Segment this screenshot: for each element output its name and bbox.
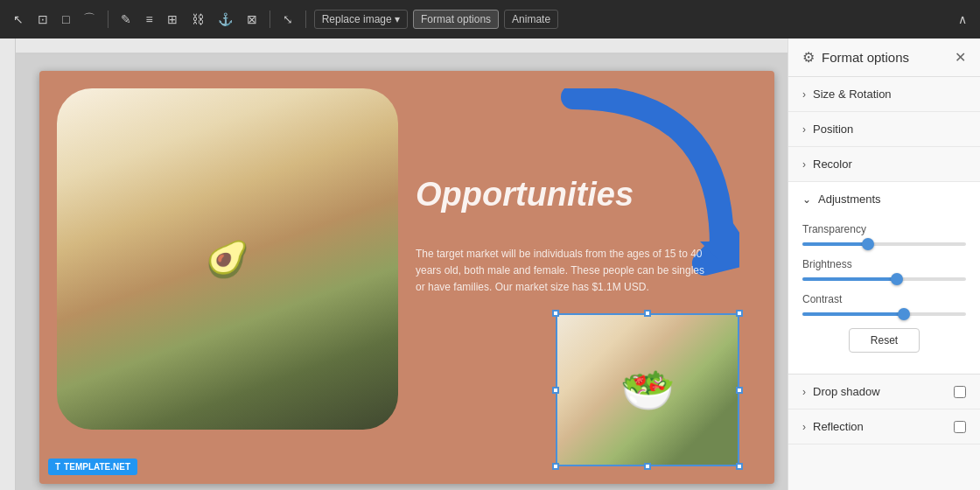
contrast-slider-fill: [802, 312, 904, 316]
handle-top-right[interactable]: [736, 310, 743, 317]
format-options-button[interactable]: Format options: [413, 10, 499, 29]
brightness-slider-group: Brightness: [802, 258, 966, 281]
adjustments-body: Transparency Brightness Cont: [788, 216, 980, 374]
panel-header: ⚙ Format options ✕: [788, 38, 980, 77]
adjustments-header[interactable]: ⌄ Adjustments: [788, 182, 980, 216]
slide[interactable]: 🥑 Opportunities The target market will b…: [39, 71, 774, 484]
reflection-checkbox[interactable]: [954, 421, 966, 433]
shape-icon[interactable]: □: [58, 10, 74, 29]
brightness-slider-track[interactable]: [802, 277, 966, 281]
contrast-slider-group: Contrast: [802, 293, 966, 316]
slide-title: Opportunities: [416, 176, 634, 214]
handle-bottom-middle[interactable]: [644, 463, 651, 470]
position-chevron-icon: ›: [802, 123, 806, 136]
lasso-icon[interactable]: ⌒: [79, 9, 100, 30]
reflection-section[interactable]: › Reflection: [788, 410, 980, 444]
brightness-label: Brightness: [802, 258, 966, 270]
size-rotation-section: › Size & Rotation: [788, 77, 980, 112]
transparency-slider-fill: [802, 242, 868, 246]
selected-image-container[interactable]: 🥗: [556, 313, 739, 466]
slide-container: 🥑 Opportunities The target market will b…: [26, 65, 788, 490]
handle-top-left[interactable]: [552, 310, 559, 317]
lines-icon[interactable]: ⊞: [163, 10, 182, 29]
template-logo-text: TEMPLATE.NET: [64, 462, 130, 472]
recolor-label: Recolor: [813, 158, 852, 171]
collapse-icon[interactable]: ∧: [954, 10, 971, 29]
position-label: Position: [813, 122, 853, 136]
panel-title: Format options: [822, 50, 948, 65]
pen-icon[interactable]: ✎: [116, 10, 136, 29]
format-options-icon: ⚙: [802, 49, 815, 66]
transparency-slider-track[interactable]: [802, 242, 966, 246]
ruler-horizontal: // rendered via inline style trick: [0, 38, 788, 54]
adjustments-label: Adjustments: [818, 192, 881, 206]
handle-bottom-left[interactable]: [552, 463, 559, 470]
size-rotation-label: Size & Rotation: [813, 88, 892, 101]
adjustments-section: ⌄ Adjustments Transparency Brightness: [788, 182, 980, 374]
select-tool-icon[interactable]: ↖: [9, 10, 28, 29]
size-rotation-chevron-icon: ›: [802, 88, 806, 101]
drop-shadow-checkbox[interactable]: [954, 386, 966, 398]
brightness-slider-thumb[interactable]: [891, 273, 903, 285]
template-logo-t: T: [55, 462, 60, 472]
list-icon[interactable]: ≡: [141, 10, 157, 29]
selected-food-image: 🥗: [556, 313, 739, 466]
drop-shadow-section[interactable]: › Drop shadow: [788, 374, 980, 410]
replace-image-button[interactable]: Replace image ▾: [314, 10, 408, 29]
recolor-section: › Recolor: [788, 147, 980, 182]
position-header[interactable]: › Position: [788, 112, 980, 146]
animate-button[interactable]: Animate: [504, 10, 558, 29]
transparency-slider-group: Transparency: [802, 223, 966, 246]
recolor-header[interactable]: › Recolor: [788, 147, 980, 181]
drop-shadow-label: Drop shadow: [813, 385, 880, 398]
toolbar: ↖ ⊡ □ ⌒ ✎ ≡ ⊞ ⛓ ⚓ ⊠ ⤡ Replace image ▾ Fo…: [0, 0, 980, 38]
reset-button[interactable]: Reset: [849, 328, 920, 353]
size-rotation-header[interactable]: › Size & Rotation: [788, 77, 980, 111]
handle-middle-left[interactable]: [552, 387, 559, 394]
link-icon[interactable]: ⛓: [187, 10, 208, 29]
transparency-label: Transparency: [802, 223, 966, 235]
crop-icon[interactable]: ⊡: [33, 10, 52, 29]
transparency-slider-thumb[interactable]: [862, 238, 874, 250]
slide-body-text: The target market will be individuals fr…: [416, 246, 713, 297]
contrast-slider-thumb[interactable]: [898, 308, 910, 320]
adjustments-chevron-icon: ⌄: [802, 193, 811, 206]
crop2-icon[interactable]: ⊠: [242, 10, 262, 29]
main-food-image: 🥑: [57, 88, 398, 430]
format-options-panel: ⚙ Format options ✕ › Size & Rotation › P…: [788, 38, 980, 490]
contrast-label: Contrast: [802, 293, 966, 305]
handle-bottom-right[interactable]: [736, 463, 743, 470]
contrast-slider-track[interactable]: [802, 312, 966, 316]
canvas-area[interactable]: // rendered via inline style trick 🥑: [0, 38, 788, 490]
template-logo: T TEMPLATE.NET: [48, 458, 137, 475]
reflection-chevron-icon: ›: [802, 421, 806, 433]
anchor-icon[interactable]: ⚓: [214, 10, 237, 29]
position-section: › Position: [788, 112, 980, 147]
drop-shadow-chevron-icon: ›: [802, 386, 806, 398]
handle-middle-right[interactable]: [736, 387, 743, 394]
brightness-slider-fill: [802, 277, 897, 281]
ruler-vertical: [0, 38, 16, 490]
handle-top-middle[interactable]: [644, 310, 651, 317]
resize-icon[interactable]: ⤡: [278, 10, 298, 29]
main-content: // rendered via inline style trick 🥑: [0, 38, 980, 490]
close-panel-button[interactable]: ✕: [955, 49, 966, 66]
reflection-label: Reflection: [813, 420, 864, 433]
recolor-chevron-icon: ›: [802, 158, 806, 171]
